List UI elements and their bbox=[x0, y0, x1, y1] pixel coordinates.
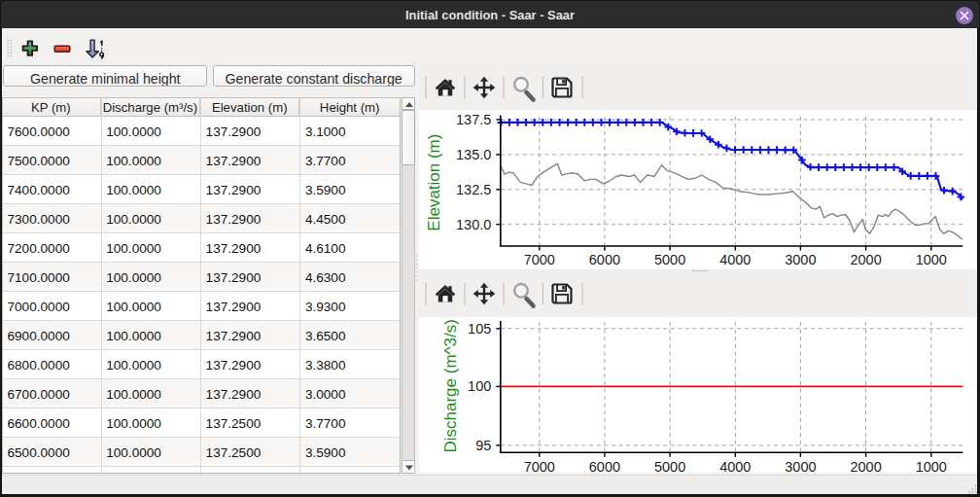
svg-text:135.0: 135.0 bbox=[456, 147, 491, 162]
svg-text:100: 100 bbox=[468, 378, 491, 394]
svg-text:5000: 5000 bbox=[654, 253, 685, 268]
svg-text:1000: 1000 bbox=[915, 459, 946, 473]
svg-text:3000: 3000 bbox=[785, 253, 816, 268]
svg-text:6000: 6000 bbox=[588, 459, 619, 473]
svg-text:95: 95 bbox=[475, 438, 491, 453]
svg-text:4000: 4000 bbox=[719, 253, 751, 268]
svg-text:7000: 7000 bbox=[523, 459, 554, 473]
svg-text:137.5: 137.5 bbox=[456, 112, 491, 127]
svg-text:Elevation (m): Elevation (m) bbox=[424, 134, 442, 231]
svg-text:5000: 5000 bbox=[654, 459, 685, 473]
svg-text:7000: 7000 bbox=[523, 253, 554, 268]
svg-text:132.5: 132.5 bbox=[456, 182, 491, 197]
svg-text:3000: 3000 bbox=[785, 459, 816, 473]
svg-text:130.0: 130.0 bbox=[456, 217, 491, 232]
svg-text:Discharge (m^3/s): Discharge (m^3/s) bbox=[440, 319, 459, 452]
svg-text:105: 105 bbox=[468, 321, 491, 337]
svg-text:2000: 2000 bbox=[850, 459, 881, 473]
svg-text:2000: 2000 bbox=[850, 253, 881, 268]
svg-text:6000: 6000 bbox=[588, 253, 619, 268]
svg-text:4000: 4000 bbox=[719, 459, 751, 473]
svg-text:1000: 1000 bbox=[915, 253, 946, 268]
